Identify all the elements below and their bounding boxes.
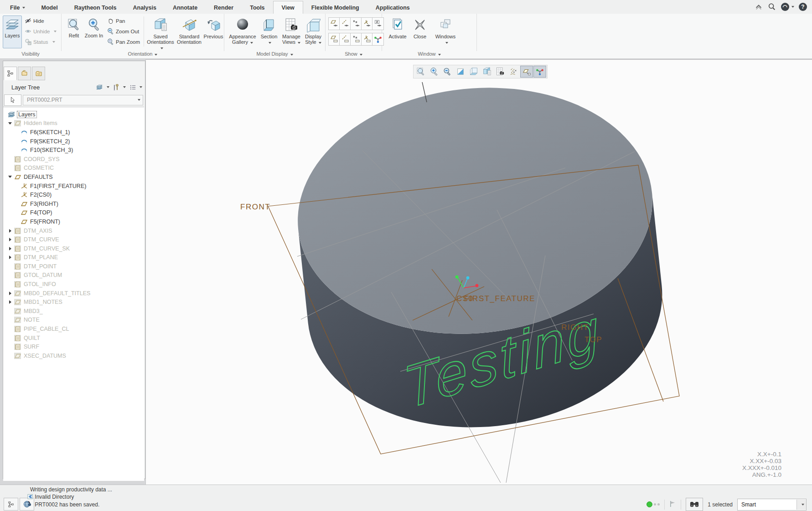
layers-button[interactable]: Layers (3, 16, 22, 48)
active-model-selector[interactable]: PRT0002.PRT (23, 95, 143, 105)
layer-tree-item[interactable]: GTOL_DATUM (3, 271, 144, 280)
layer-tree-item[interactable]: F4(TOP) (3, 209, 144, 218)
zoom-out-view-button[interactable] (441, 66, 454, 78)
layer-display-menu-button[interactable] (94, 83, 110, 91)
layer-tree-item[interactable]: DTM_CURVE_SK (3, 244, 144, 253)
layer-tree-item[interactable]: MBD1_NOTES (3, 297, 144, 307)
appearance-gallery-button[interactable]: Appearance Gallery (227, 16, 258, 51)
layer-tree-root[interactable]: Layers (3, 110, 144, 119)
refit-view-button[interactable] (414, 66, 427, 78)
hide-button[interactable]: Hide (25, 17, 44, 24)
layer-tree-item[interactable]: F6(SKETCH_1) (3, 128, 144, 137)
close-button[interactable]: Close (410, 16, 429, 51)
layer-tree-item[interactable]: QUILT (3, 334, 144, 343)
model-tree-toggle-button[interactable] (4, 498, 18, 511)
folder-browser-tab[interactable] (18, 67, 31, 80)
refit-button[interactable]: Refit (64, 16, 83, 48)
group-label-show[interactable]: Show (326, 51, 382, 57)
layer-tree-item[interactable]: DEFAULTS (3, 172, 144, 182)
saved-orientations-view-button[interactable] (481, 66, 493, 78)
tab-render[interactable]: Render (206, 2, 242, 14)
first-feature-label[interactable]: FIRST_FEATURE (464, 294, 535, 303)
windows-button[interactable]: Windows (433, 16, 458, 51)
tab-view[interactable]: View (273, 1, 303, 14)
expand-arrow-icon[interactable] (7, 292, 13, 295)
layer-tree-item[interactable]: MBD0_DEFAULT_TITLES (3, 289, 144, 298)
tab-model[interactable]: Model (33, 2, 66, 14)
section-button[interactable]: Section (258, 16, 280, 51)
front-datum-label[interactable]: FRONT (240, 203, 270, 211)
tab-flexible-modeling[interactable]: Flexible Modeling (303, 2, 367, 14)
unhide-button[interactable]: Unhide (25, 28, 57, 35)
account-icon[interactable]: ◠ (781, 2, 794, 11)
expand-arrow-icon[interactable] (7, 300, 13, 304)
layer-tree-item[interactable]: COORD_SYS (3, 155, 144, 164)
layer-tree-item[interactable]: F3(RIGHT) (3, 199, 144, 209)
plane-display-toggle[interactable] (328, 17, 340, 30)
standard-orientation-button[interactable]: Standard Orientation (175, 16, 204, 51)
expand-arrow-icon[interactable] (7, 238, 13, 241)
model-tree-tab[interactable] (4, 67, 17, 80)
display-style-view-button[interactable] (467, 66, 480, 78)
group-label-orientation[interactable]: Orientation (62, 51, 224, 57)
layer-tree-item[interactable]: F5(FRONT) (3, 217, 144, 226)
collapse-arrow-icon[interactable] (7, 122, 13, 125)
layer-tree-item[interactable]: DTM_POINT (3, 262, 144, 271)
menu-file-button[interactable]: File (2, 2, 33, 14)
settings-menu-button[interactable] (129, 83, 143, 91)
tab-tools[interactable]: Tools (242, 2, 273, 14)
selection-filter-combo[interactable]: Smart (737, 499, 807, 511)
help-icon[interactable]: ? (798, 2, 807, 11)
view-manager-button[interactable] (494, 66, 507, 78)
csys-display-toggle[interactable] (361, 17, 373, 30)
group-label-window[interactable]: Window (382, 51, 476, 57)
activate-button[interactable]: Activate (386, 16, 409, 51)
right-datum-label[interactable]: RIGHT (561, 323, 589, 332)
spin-center-button[interactable] (533, 66, 546, 78)
axis-display-toggle[interactable] (339, 17, 351, 30)
layer-tree-item[interactable]: DTM_AXIS (3, 226, 144, 235)
layer-tree-item[interactable]: F10(SKETCH_3) (3, 146, 144, 155)
csys-tag-display-toggle[interactable] (361, 33, 373, 46)
tab-analysis[interactable]: Analysis (125, 2, 165, 14)
saved-orientations-button[interactable]: Saved Orientations (146, 16, 175, 51)
select-cursor-button[interactable] (4, 94, 21, 106)
tab-raytheon-tools[interactable]: Raytheon Tools (66, 2, 125, 14)
layer-tree-item[interactable]: COSMETIC (3, 164, 144, 173)
expand-arrow-icon[interactable] (7, 229, 13, 233)
layer-tree-item[interactable]: F1(FIRST_FEATURE) (3, 182, 144, 191)
top-datum-label[interactable]: TOP (584, 335, 602, 344)
pan-button[interactable]: Pan (107, 17, 125, 24)
expand-arrow-icon[interactable] (7, 256, 13, 259)
layer-tree-item[interactable]: Hidden Items (3, 119, 144, 128)
collapse-ribbon-icon[interactable] (754, 2, 763, 11)
point-tag-display-toggle[interactable] (350, 33, 362, 46)
manage-views-button[interactable]: Manage Views (280, 16, 303, 51)
combo-arrow-button[interactable] (796, 500, 806, 510)
layer-tree-item[interactable]: DTM_CURVE (3, 235, 144, 244)
tab-applications[interactable]: Applications (367, 2, 418, 14)
search-icon[interactable] (767, 2, 776, 11)
annotation-display-button[interactable] (520, 66, 533, 78)
layer-tools-menu-button[interactable] (112, 83, 127, 91)
layer-tree-item[interactable]: PIPE_CABLE_CL (3, 324, 144, 334)
layer-tree-item[interactable]: DTM_PLANE (3, 253, 144, 262)
layer-tree-item[interactable]: NOTE (3, 316, 144, 325)
status-button[interactable]: Status (25, 38, 55, 45)
point-display-toggle[interactable] (350, 17, 362, 30)
collapse-arrow-icon[interactable] (7, 176, 13, 178)
group-label-model-display[interactable]: Model Display (224, 51, 325, 57)
previous-button[interactable]: Previous (203, 16, 224, 51)
tab-annotate[interactable]: Annotate (165, 2, 206, 14)
display-style-button[interactable]: Display Style (303, 16, 324, 51)
repaint-button[interactable] (454, 66, 467, 78)
layer-tree-item[interactable]: SURF (3, 342, 144, 351)
layer-tree-item[interactable]: GTOL_INFO (3, 280, 144, 289)
zoom-out-button[interactable]: Zoom Out (107, 28, 139, 35)
layer-tree-item[interactable]: F2(CS0) (3, 190, 144, 199)
layer-tree-item[interactable]: XSEC_DATUMS (3, 351, 144, 360)
axis-tag-display-toggle[interactable] (339, 33, 351, 46)
datum-display-filters-button[interactable] (507, 66, 520, 78)
zoom-in-view-button[interactable] (428, 66, 440, 78)
plane-tag-display-toggle[interactable] (328, 33, 340, 46)
